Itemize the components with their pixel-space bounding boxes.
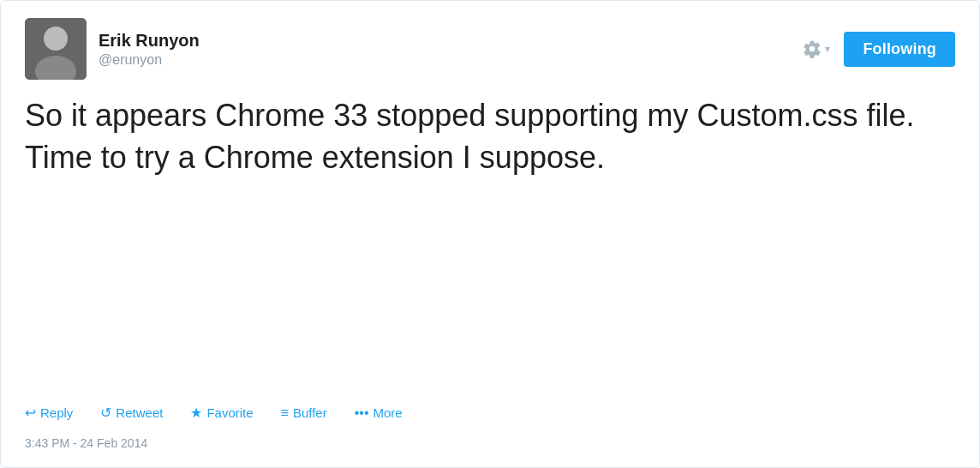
gear-button[interactable]: ▾ [798,36,835,62]
more-icon: ••• [355,405,369,421]
tweet-actions: ↩ Reply ↺ Retweet ★ Favorite ≡ Buffer ••… [25,405,955,421]
more-button[interactable]: ••• More [355,405,403,421]
user-handle: @erunyon [99,52,200,68]
user-info: Erik Runyon @erunyon [99,30,200,68]
tweet-text: So it appears Chrome 33 stopped supporti… [25,95,955,386]
avatar [25,18,87,80]
chevron-down-icon: ▾ [825,43,830,55]
favorite-label: Favorite [206,405,253,420]
tweet-header-left: Erik Runyon @erunyon [25,18,200,80]
reply-label: Reply [40,405,73,420]
retweet-label: Retweet [116,405,163,420]
buffer-icon: ≡ [281,405,289,421]
more-label: More [373,405,402,420]
favorite-button[interactable]: ★ Favorite [190,405,253,421]
reply-button[interactable]: ↩ Reply [25,405,73,421]
reply-icon: ↩ [25,405,36,421]
favorite-icon: ★ [190,405,202,421]
buffer-label: Buffer [293,405,327,420]
retweet-icon: ↺ [100,405,111,421]
buffer-button[interactable]: ≡ Buffer [281,405,327,421]
tweet-timestamp: 3:43 PM - 24 Feb 2014 [25,436,955,450]
retweet-button[interactable]: ↺ Retweet [100,405,163,421]
gear-icon [803,39,822,58]
tweet-header: Erik Runyon @erunyon ▾ Following [25,18,955,80]
svg-point-1 [44,27,68,51]
tweet-card: Erik Runyon @erunyon ▾ Following So it a… [0,0,980,468]
tweet-header-right: ▾ Following [798,32,955,67]
user-name: Erik Runyon [99,30,200,51]
following-button[interactable]: Following [844,32,955,67]
